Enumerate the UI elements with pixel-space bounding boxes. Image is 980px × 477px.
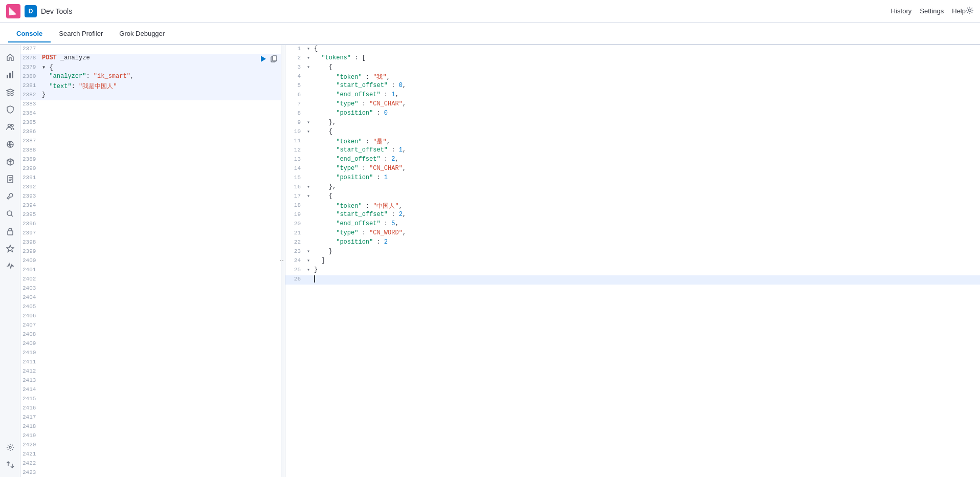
fold-button[interactable]: ▾	[307, 128, 314, 135]
sidebar-home-icon[interactable]	[2, 49, 18, 66]
fold-button[interactable]: ▾	[307, 183, 314, 190]
fold-button[interactable]: ▾	[307, 257, 314, 264]
fold-button[interactable]: ▾	[307, 248, 314, 254]
tab-console[interactable]: Console	[8, 26, 51, 42]
output-line: 20 "end_offset" : 5,	[285, 220, 980, 229]
fold-button[interactable]: ▾	[307, 45, 314, 52]
output-line: 15 "position" : 1	[285, 174, 980, 183]
output-line: 8 "position" : 0	[285, 110, 980, 119]
editor-line-highlighted: 2378 POST _analyze	[20, 54, 281, 63]
kibana-logo-icon	[6, 4, 20, 18]
sidebar-package-icon[interactable]	[2, 154, 18, 170]
sidebar-users-icon[interactable]	[2, 119, 18, 135]
sidebar-tools-icon[interactable]	[2, 188, 18, 205]
output-line: 19 "start_offset" : 2,	[285, 211, 980, 220]
nav-help[interactable]: Help	[952, 7, 966, 15]
editor-line: 2377	[20, 45, 281, 54]
output-line: 12 "start_offset" : 1,	[285, 146, 980, 156]
editor-panel: 2377 2378 POST _analyze	[20, 45, 281, 477]
fold-button[interactable]: ▾	[307, 54, 314, 61]
editor-line: 2400	[20, 257, 281, 266]
editor-line: 2398	[20, 238, 281, 248]
fold-button[interactable]: ▾	[307, 63, 314, 70]
svg-rect-3	[9, 73, 11, 78]
topbar-settings-icon[interactable]	[966, 6, 974, 16]
sidebar-globe-icon[interactable]	[2, 136, 18, 153]
sidebar-document-icon[interactable]	[2, 171, 18, 187]
editor-line: 2385	[20, 119, 281, 128]
output-line: 17 ▾ {	[285, 192, 980, 202]
code-editor[interactable]: 2377 2378 POST _analyze	[20, 45, 281, 477]
editor-line: 2391	[20, 174, 281, 183]
sidebar-star-icon[interactable]	[2, 241, 18, 257]
tab-grok-debugger[interactable]: Grok Debugger	[111, 26, 173, 42]
tabs-nav: Console Search Profiler Grok Debugger	[0, 23, 980, 45]
panel-resize-handle[interactable]: ⋮	[281, 45, 285, 477]
editor-line: 2395	[20, 211, 281, 220]
nav-settings[interactable]: Settings	[920, 7, 944, 15]
output-line: 13 "end_offset" : 2,	[285, 156, 980, 165]
output-line: 7 "type" : "CN_CHAR",	[285, 100, 980, 110]
main-layout: 2377 2378 POST _analyze	[0, 45, 980, 477]
editor-line: 2418	[20, 423, 281, 432]
output-line: 25 ▾ }	[285, 266, 980, 275]
editor-line: 2384	[20, 110, 281, 119]
editor-line: 2421	[20, 450, 281, 460]
editor-line: 2413	[20, 377, 281, 386]
sidebar-expand-icon[interactable]	[2, 457, 18, 473]
sidebar-layers-icon[interactable]	[2, 84, 18, 100]
editor-line: 2419	[20, 432, 281, 441]
output-line: 1 ▾ {	[285, 45, 980, 54]
editor-line: 2392	[20, 183, 281, 192]
sidebar-chart-icon[interactable]	[2, 67, 18, 83]
app-logo	[6, 4, 20, 18]
output-panel[interactable]: 1 ▾ { 2 ▾ "tokens" : [ 3 ▾ { 4 "tok	[285, 45, 980, 477]
sidebar-shield-icon[interactable]	[2, 101, 18, 118]
fold-button[interactable]: ▾	[307, 119, 314, 125]
editor-line: 2394	[20, 202, 281, 211]
editor-line: 2379 ▾ {	[20, 63, 281, 73]
editor-line: 2416	[20, 404, 281, 414]
editor-line: 2409	[20, 340, 281, 349]
sidebar-settings-icon[interactable]	[2, 439, 18, 456]
run-button[interactable]	[258, 54, 268, 63]
svg-rect-14	[273, 56, 277, 61]
output-line: 23 ▾ }	[285, 248, 980, 257]
editor-line: 2380 "analyzer": "ik_smart",	[20, 73, 281, 82]
copy-button[interactable]	[270, 54, 279, 63]
editor-line: 2408	[20, 331, 281, 340]
editor-line: 2389	[20, 156, 281, 165]
editor-line: 2401	[20, 266, 281, 275]
editor-line: 2422	[20, 460, 281, 469]
sidebar-search-icon[interactable]	[2, 206, 18, 222]
sidebar-lock-icon[interactable]	[2, 223, 18, 240]
sidebar	[0, 45, 20, 477]
fold-button[interactable]: ▾	[307, 266, 314, 273]
editor-line: 2406	[20, 312, 281, 321]
sidebar-activity-icon[interactable]	[2, 258, 18, 274]
output-line: 22 "position" : 2	[285, 238, 980, 248]
svg-point-9	[7, 211, 12, 215]
fold-button[interactable]: ▾	[307, 192, 314, 199]
editor-line: 2381 "text": "我是中国人"	[20, 82, 281, 91]
editor-line: 2399	[20, 248, 281, 257]
output-line-cursor: 26	[285, 275, 980, 285]
editor-line: 2393	[20, 192, 281, 202]
svg-point-1	[969, 9, 971, 12]
editor-line: 2410	[20, 349, 281, 358]
nav-history[interactable]: History	[891, 7, 911, 15]
app-title: Dev Tools	[41, 7, 891, 15]
editor-line: 2423	[20, 469, 281, 477]
tab-search-profiler[interactable]: Search Profiler	[51, 26, 111, 42]
editor-line: 2417	[20, 414, 281, 423]
output-line: 14 "type" : "CN_CHAR",	[285, 165, 980, 174]
editor-line: 2397	[20, 229, 281, 238]
console-area: 2377 2378 POST _analyze	[20, 45, 980, 477]
editor-line: 2415	[20, 395, 281, 404]
output-line: 21 "type" : "CN_WORD",	[285, 229, 980, 238]
svg-point-11	[9, 446, 11, 448]
output-line: 9 ▾ },	[285, 119, 980, 128]
output-line: 2 ▾ "tokens" : [	[285, 54, 980, 63]
output-line: 3 ▾ {	[285, 63, 980, 73]
output-line: 18 "token" : "中国人",	[285, 202, 980, 211]
